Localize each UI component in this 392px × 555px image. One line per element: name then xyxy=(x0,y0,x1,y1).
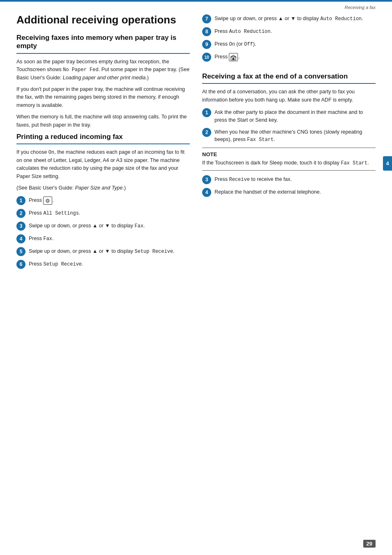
code-all-settings: All Settings xyxy=(43,210,78,216)
right-column: 7 Swipe up or down, or press ▲ or ▼ to d… xyxy=(202,14,376,272)
step-text-1: Press ⚙. xyxy=(29,196,54,205)
step-9: 9 Press On (or Off). xyxy=(202,39,376,49)
step-num-2: 2 xyxy=(16,209,25,218)
step-4: 4 Press Fax. xyxy=(16,234,190,243)
step-8: 8 Press Auto Reduction. xyxy=(202,27,376,36)
header-title: Receiving a fax xyxy=(345,5,376,10)
code-on: On xyxy=(48,150,54,155)
step-num-5: 5 xyxy=(16,247,25,256)
step-7: 7 Swipe up or down, or press ▲ or ▼ to d… xyxy=(202,14,376,23)
code-fax-start2: Fax Start xyxy=(341,160,367,166)
section3-step-num-4: 4 xyxy=(202,188,211,197)
section1-para2: If you don't put paper in the paper tray… xyxy=(16,86,190,109)
section1-title: Receiving faxes into memory when paper t… xyxy=(16,34,190,51)
section2-para1: If you choose On, the machine reduces ea… xyxy=(16,148,190,180)
note-label: NOTE xyxy=(202,151,376,157)
section3-step-3: 3 Press Receive to receive the fax. xyxy=(202,175,376,184)
note-box: NOTE If the Touchscreen is dark for Slee… xyxy=(202,148,376,171)
code-no-paper-fed: No Paper Fed xyxy=(63,67,98,73)
step-text-2: Press All Settings. xyxy=(29,208,80,217)
content: Additional receiving operations Receivin… xyxy=(0,10,392,280)
step-num-8: 8 xyxy=(202,27,211,36)
step-6: 6 Press Setup Receive. xyxy=(16,259,190,269)
section3-step-1: 1 Ask the other party to place the docum… xyxy=(202,108,376,124)
section3-rule xyxy=(202,83,376,84)
section3-intro: At the end of a conversation, you can as… xyxy=(202,88,376,104)
section1-para3: When the memory is full, the machine wil… xyxy=(16,113,190,129)
section3-step-2: 2 When you hear the other machine's CNG … xyxy=(202,127,376,144)
step-10: 10 Press . xyxy=(202,52,376,62)
settings-icon: ⚙ xyxy=(43,197,52,205)
step-text-3: Swipe up or down, or press ▲ or ▼ to dis… xyxy=(29,221,145,230)
step-text-5: Swipe up or down, or press ▲ or ▼ to dis… xyxy=(29,247,175,255)
step-text-6: Press Setup Receive. xyxy=(29,259,83,268)
step-num-9: 9 xyxy=(202,40,211,49)
step-text-10: Press . xyxy=(214,52,240,61)
step-num-7: 7 xyxy=(202,14,211,23)
section3-step-text-2: When you hear the other machine's CNG to… xyxy=(214,127,376,144)
step-num-4: 4 xyxy=(16,234,25,243)
section3-step-text-1: Ask the other party to place the documen… xyxy=(214,108,376,124)
code-fax-start: Fax Start xyxy=(247,137,274,143)
left-column: Additional receiving operations Receivin… xyxy=(16,14,190,272)
code-setup-receive: Setup Receive xyxy=(135,249,173,254)
step-text-4: Press Fax. xyxy=(29,234,54,243)
section3-step-num-1: 1 xyxy=(202,108,211,117)
chapter-tab: 4 xyxy=(383,156,392,171)
code-fax: Fax xyxy=(135,223,144,229)
step-text-7: Swipe up or down, or press ▲ or ▼ to dis… xyxy=(214,14,363,23)
step-2: 2 Press All Settings. xyxy=(16,208,190,218)
step-3: 3 Swipe up or down, or press ▲ or ▼ to d… xyxy=(16,221,190,231)
section3-step-num-3: 3 xyxy=(202,175,211,184)
section2-para2: (See Basic User's Guide: Paper Size and … xyxy=(16,184,190,192)
section3-step-text-3: Press Receive to receive the fax. xyxy=(214,175,292,183)
section1-para1: As soon as the paper tray becomes empty … xyxy=(16,58,190,82)
page-number: 29 xyxy=(363,540,376,548)
section3-step-text-4: Replace the handset of the external tele… xyxy=(214,187,321,196)
code-auto-reduction: Auto Reduction xyxy=(321,16,362,22)
italic-paper-size: Paper Size and Type xyxy=(75,185,123,191)
section2-title: Printing a reduced incoming fax xyxy=(16,133,190,141)
italic-loading: Loading paper and other print media xyxy=(63,75,146,81)
home-icon xyxy=(229,53,238,61)
section3-step-4: 4 Replace the handset of the external te… xyxy=(202,187,376,197)
header: Receiving a fax xyxy=(0,2,392,10)
code-auto-reduction2: Auto Reduction xyxy=(229,29,270,35)
note-text: If the Touchscreen is dark for Sleep mod… xyxy=(202,159,376,167)
section3-title: Receiving a fax at the end of a conversa… xyxy=(202,72,376,81)
step-num-1: 1 xyxy=(16,196,25,205)
step-5: 5 Swipe up or down, or press ▲ or ▼ to d… xyxy=(16,247,190,256)
step-text-9: Press On (or Off). xyxy=(214,39,256,48)
svg-rect-2 xyxy=(233,58,235,60)
code-off: Off xyxy=(244,42,253,47)
step-num-3: 3 xyxy=(16,222,25,231)
code-setup-receive2: Setup Receive xyxy=(43,261,82,267)
step-text-8: Press Auto Reduction. xyxy=(214,27,272,35)
code-receive: Receive xyxy=(229,177,249,183)
page: Receiving a fax 4 Additional receiving o… xyxy=(0,0,392,555)
code-on2: On xyxy=(229,42,235,47)
section1-rule xyxy=(16,53,190,54)
spacer xyxy=(202,65,376,72)
section2-rule xyxy=(16,143,190,144)
step-num-6: 6 xyxy=(16,260,25,269)
step-num-10: 10 xyxy=(202,53,211,62)
code-fax2: Fax xyxy=(43,236,52,242)
section3-step-num-2: 2 xyxy=(202,128,211,137)
step-1: 1 Press ⚙. xyxy=(16,196,190,205)
main-title: Additional receiving operations xyxy=(16,14,190,26)
